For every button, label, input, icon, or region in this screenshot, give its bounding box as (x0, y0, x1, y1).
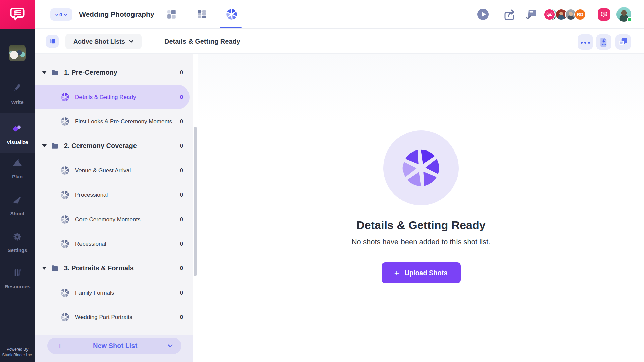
avatar-stack: RD (546, 9, 586, 21)
shot-count: 0 (180, 119, 183, 125)
version-label: v 0 (55, 12, 62, 17)
shot-count: 0 (180, 192, 183, 198)
tree-scrollbar-track[interactable] (193, 54, 198, 362)
shot-count: 0 (180, 265, 183, 272)
empty-state-title: Details & Getting Ready (356, 219, 485, 232)
sidebar-item-shoot[interactable]: Shoot (0, 184, 35, 224)
sidebar-item-visualize[interactable]: Visualize (0, 113, 35, 153)
books-icon (10, 265, 25, 281)
shot-list-label: Processional (75, 192, 108, 198)
more-options-button[interactable] (578, 34, 593, 50)
collapse-caret-icon[interactable] (42, 267, 47, 270)
new-shot-list-label: New Shot List (62, 342, 168, 350)
shot-list-label: Venue & Guest Arrival (75, 167, 131, 174)
powered-by-line2[interactable]: StudioBinder Inc. (0, 353, 35, 357)
shot-count: 0 (180, 314, 183, 320)
shot-list-row[interactable]: Details & Getting Ready 0 (35, 85, 190, 109)
shot-list-row[interactable]: Venue & Guest Arrival 0 (35, 158, 193, 183)
tree-scrollbar-thumb[interactable] (194, 127, 197, 276)
section-label: 2. Ceremony Coverage (64, 142, 137, 150)
play-presentation-button[interactable] (476, 8, 490, 21)
top-header: v 0 Wedding Photography (35, 0, 644, 29)
version-dropdown[interactable]: v 0 (50, 8, 72, 21)
project-thumbnail[interactable] (9, 45, 26, 61)
chat-bubble-icon (600, 11, 608, 18)
collapse-caret-icon[interactable] (42, 144, 47, 147)
shot-list-section-row[interactable]: 2. Ceremony Coverage 0 (35, 134, 193, 158)
online-status-dot (627, 17, 632, 22)
shot-count: 0 (180, 70, 183, 76)
shot-list-row[interactable]: Processional 0 (35, 183, 193, 207)
pencil-icon (10, 81, 25, 96)
tab-grid-view[interactable] (195, 7, 209, 21)
new-shot-list-button[interactable]: + New Shot List (47, 338, 181, 354)
current-user-avatar[interactable] (616, 7, 631, 22)
shot-list-aperture-icon (60, 93, 69, 102)
pdf-download-icon: PDF (599, 37, 609, 47)
approval-flag-icon (525, 8, 538, 21)
shot-list-aperture-icon (60, 166, 69, 175)
shot-list-selector[interactable]: Active Shot Lists (65, 34, 142, 49)
chat-bubble-icon (546, 11, 553, 18)
sidebar-item-label: Settings (7, 247, 27, 253)
avatar-logo[interactable] (544, 9, 555, 20)
shot-list-row[interactable]: Family Formals 0 (35, 281, 193, 305)
shot-list-label: Details & Getting Ready (75, 94, 136, 101)
folder-icon (51, 68, 59, 77)
gear-icon (10, 229, 25, 244)
aperture-icon (401, 148, 441, 188)
shot-list-aperture-icon (60, 239, 69, 248)
chevron-down-icon (129, 40, 133, 43)
visualize-diamond-icon (10, 121, 25, 136)
clapper-icon (10, 192, 25, 207)
powered-by-line1: Powered By (0, 347, 35, 352)
empty-state-circle (383, 130, 459, 205)
shot-count: 0 (180, 217, 183, 223)
present-comments-button[interactable] (615, 34, 631, 50)
shot-list-tree: 1. Pre-Ceremony 0 Details & Getting Read… (35, 54, 193, 362)
toggle-panel-button[interactable] (46, 35, 59, 48)
sidebar-item-write[interactable]: Write (0, 73, 35, 113)
collapse-caret-icon[interactable] (42, 71, 47, 74)
project-title: Wedding Photography (79, 0, 154, 29)
share-button[interactable] (502, 8, 515, 21)
plus-icon: + (394, 268, 399, 277)
shot-list-section-row[interactable]: 1. Pre-Ceremony 0 (35, 60, 193, 85)
presentation-chat-icon (618, 37, 628, 47)
shot-list-row[interactable]: First Looks & Pre-Ceremony Moments 0 (35, 109, 193, 134)
play-icon (476, 8, 490, 21)
shot-list-label: Wedding Part Portraits (75, 314, 132, 321)
shot-count: 0 (180, 290, 183, 296)
approvals-button[interactable] (525, 8, 538, 21)
tab-storyboard-view[interactable] (164, 7, 178, 21)
section-label: 3. Portraits & Formals (64, 264, 134, 272)
shot-list-row[interactable]: Wedding Part Portraits 0 (35, 305, 193, 329)
shot-list-row[interactable]: Core Ceremony Moments 0 (35, 207, 193, 232)
shot-list-aperture-icon (60, 215, 69, 224)
shot-list-aperture-icon (60, 117, 69, 126)
sidebar-item-plan[interactable]: Plan (0, 147, 35, 187)
studiobinder-app: Write Visualize Plan Shoot (0, 0, 644, 362)
download-pdf-button[interactable]: PDF (596, 34, 611, 50)
shot-list-row[interactable]: Recessional 0 (35, 232, 193, 256)
left-nav: Write Visualize Plan Shoot (0, 0, 35, 362)
shot-list-label: Family Formals (75, 290, 114, 296)
storyboard-view-icon (166, 9, 177, 20)
folder-icon (51, 264, 59, 273)
avatar-rd[interactable]: RD (574, 9, 586, 20)
studiobinder-logo[interactable] (0, 0, 35, 29)
active-tab-underline (220, 27, 241, 28)
sidebar-item-resources[interactable]: Resources (0, 257, 35, 297)
tab-shot-list-view[interactable] (225, 7, 239, 21)
plus-icon: + (57, 341, 62, 351)
shot-list-section-row[interactable]: 3. Portraits & Formals 0 (35, 256, 193, 281)
comments-button[interactable] (598, 8, 610, 21)
shot-count: 0 (180, 168, 183, 174)
sidebar-item-settings[interactable]: Settings (0, 221, 35, 261)
upload-shots-button[interactable]: + Upload Shots (382, 262, 461, 283)
shot-count: 0 (180, 94, 183, 100)
ellipsis-icon (580, 39, 591, 45)
chevron-down-icon (168, 344, 173, 348)
sidebar-item-label: Shoot (10, 210, 25, 216)
grid-view-icon (196, 9, 207, 20)
